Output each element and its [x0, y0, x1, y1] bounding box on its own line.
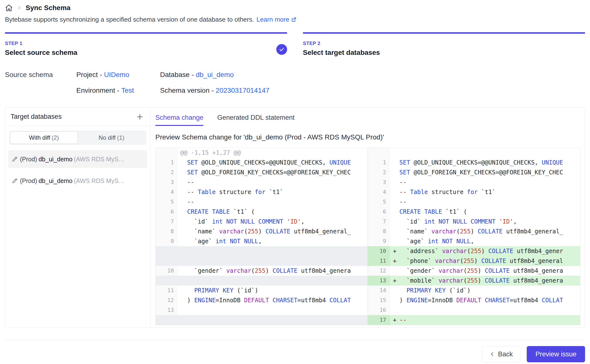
- step-1-completed-badge: [276, 44, 287, 55]
- field-name: Schema version: [160, 87, 210, 94]
- field-name: Project: [76, 71, 98, 78]
- diff-line-code: --: [399, 197, 580, 207]
- diff-row: 7 `id` int NOT NULL COMMENT 'ID',: [156, 217, 368, 227]
- database-environment: (Prod): [20, 156, 37, 163]
- diff-line-number: 1: [368, 158, 390, 167]
- diff-line-number: 8: [368, 227, 390, 236]
- diff-line-code: `mobile` varchar(255) COLLATE utf8mb4_ge…: [399, 276, 580, 286]
- tab-generated-ddl[interactable]: Generated DDL statement: [217, 114, 295, 126]
- diff-line-sign: [178, 158, 187, 167]
- diff-row: 6CREATE TABLE `t1` (: [156, 207, 368, 217]
- diff-line-code: SET @OLD_FOREIGN_KEY_CHECKS=@@FOREIGN_KE…: [399, 167, 580, 177]
- breadcrumb: Sync Schema: [5, 0, 585, 12]
- diff-row: 11 PRIMARY KEY (`id`): [156, 286, 368, 295]
- step-1: STEP 1 Select source schema: [5, 32, 287, 57]
- diff-hunk-header-row-empty: [368, 148, 580, 158]
- footer-actions: Back Preview issue: [5, 340, 585, 362]
- diff-line-sign: [178, 167, 187, 177]
- diff-rows-target: 1SET @OLD_UNIQUE_CHECKS=@@UNIQUE_CHECKS,…: [368, 158, 580, 325]
- diff-line-number: 12: [156, 295, 178, 305]
- source-database-field: Database-db_ui_demo: [160, 67, 585, 83]
- diff-line-sign: [178, 227, 187, 236]
- diff-line-code: --: [187, 177, 368, 187]
- field-separator: -: [190, 71, 196, 78]
- diff-line-code: SET @OLD_FOREIGN_KEY_CHECKS=@@FOREIGN_KE…: [187, 167, 368, 177]
- diff-line-sign: [390, 197, 399, 207]
- diff-line-number: 7: [368, 217, 390, 227]
- diff-line-code: -- Table structure for `t1`: [399, 187, 580, 197]
- diff-line-code: `gender` varchar(255) COLLATE utf8mb4_ge…: [399, 266, 580, 276]
- diff-row: 16: [368, 305, 580, 315]
- diff-line-sign: [178, 177, 187, 187]
- diff-line-number: 6: [156, 207, 178, 217]
- page-description: Bytebase supports synchronizing a specif…: [5, 16, 585, 23]
- diff-line-code: --: [187, 197, 368, 207]
- schema-diff-view[interactable]: @@ -1,15 +1,27 @@ 1SET @OLD_UNIQUE_CHECK…: [155, 148, 580, 325]
- diff-line-number: 14: [368, 286, 390, 295]
- diff-line-code: `name` varchar(255) COLLATE utf8mb4_gene…: [187, 227, 368, 236]
- diff-row: 3--: [368, 177, 580, 187]
- tab-label: No diff: [99, 134, 116, 141]
- diff-row: 8 `name` varchar(255) COLLATE utf8mb4_ge…: [368, 227, 580, 236]
- diff-gutter: [156, 148, 178, 158]
- diff-line-sign: [390, 236, 399, 246]
- instance-engine-icon: [12, 178, 18, 184]
- diff-line-code: CREATE TABLE `t1` (: [399, 207, 580, 217]
- diff-row: 1SET @OLD_UNIQUE_CHECKS=@@UNIQUE_CHECKS,…: [156, 158, 368, 167]
- project-link[interactable]: UIDemo: [104, 71, 129, 78]
- diff-line-number: 6: [368, 207, 390, 217]
- field-separator: -: [98, 71, 104, 78]
- database-instance: (AWS RDS MyS…: [74, 156, 125, 163]
- target-database-item[interactable]: (Prod)db_ui_demo(AWS RDS MyS…: [8, 172, 147, 190]
- diff-line-code: SET @OLD_UNIQUE_CHECKS=@@UNIQUE_CHECKS, …: [187, 158, 368, 167]
- diff-row: 6CREATE TABLE `t1` (: [368, 207, 580, 217]
- home-icon[interactable]: [5, 4, 13, 12]
- add-target-database-button[interactable]: [135, 112, 145, 122]
- diff-line-sign: [390, 177, 399, 187]
- target-database-item[interactable]: (Prod)db_ui_demo(AWS RDS MyS…: [8, 150, 147, 168]
- tab-with-diff[interactable]: With diff(2): [10, 132, 78, 144]
- field-name: Database: [160, 71, 190, 78]
- tab-count: (2): [52, 134, 59, 141]
- diff-line-sign: [178, 276, 187, 286]
- schema-version-link[interactable]: 20230317014147: [216, 87, 269, 94]
- diff-line-sign: [390, 167, 399, 177]
- diff-row: 4-- Table structure for `t1`: [368, 187, 580, 197]
- learn-more-link[interactable]: Learn more: [257, 16, 297, 23]
- diff-line-sign: [178, 197, 187, 207]
- schema-preview-content: Schema change Generated DDL statement Pr…: [150, 107, 585, 327]
- diff-line-sign: [390, 266, 399, 276]
- environment-link[interactable]: Test: [121, 87, 134, 94]
- diff-line-sign: [178, 266, 187, 276]
- tab-no-diff[interactable]: No diff(1): [78, 132, 146, 144]
- diff-row: 11+ `phone` varchar(255) COLLATE utf8mb4…: [368, 256, 580, 266]
- diff-line-number: 1: [156, 158, 178, 167]
- diff-line-code: `id` int NOT NULL COMMENT 'ID',: [399, 217, 580, 227]
- stepper: STEP 1 Select source schema STEP 2 Selec…: [5, 32, 585, 57]
- diff-line-code: `phone` varchar(255) COLLATE utf8mb4_gen…: [399, 256, 580, 266]
- diff-line-sign: [178, 217, 187, 227]
- diff-line-code: PRIMARY KEY (`id`): [187, 286, 368, 295]
- step-2: STEP 2 Select target databases: [303, 32, 585, 57]
- diff-line-code: [187, 305, 368, 315]
- sidebar-header: Target databases: [5, 107, 150, 126]
- database-link[interactable]: db_ui_demo: [196, 71, 234, 78]
- diff-line-number: 16: [368, 305, 390, 315]
- diff-row: 13: [156, 305, 368, 315]
- diff-empty-header: [390, 148, 580, 158]
- back-button[interactable]: Back: [482, 346, 520, 362]
- diff-line-sign: [178, 236, 187, 246]
- tab-schema-change[interactable]: Schema change: [155, 114, 203, 126]
- diff-row: 13+ `mobile` varchar(255) COLLATE utf8mb…: [368, 276, 580, 286]
- diff-row: 8 `name` varchar(255) COLLATE utf8mb4_ge…: [156, 227, 368, 236]
- diff-line-number: 11: [156, 286, 178, 295]
- diff-row: 10+ `address` varchar(255) COLLATE utf8m…: [368, 246, 580, 256]
- preview-issue-button[interactable]: Preview issue: [527, 346, 585, 362]
- diff-row: [156, 315, 368, 325]
- diff-line-sign: [178, 207, 187, 217]
- preview-title: Preview Schema change for 'db_ui_demo (P…: [155, 133, 580, 141]
- diff-line-code: CREATE TABLE `t1` (: [187, 207, 368, 217]
- field-name: Environment: [76, 87, 115, 94]
- diff-line-sign: [178, 256, 187, 266]
- diff-pane-target: 1SET @OLD_UNIQUE_CHECKS=@@UNIQUE_CHECKS,…: [368, 148, 580, 325]
